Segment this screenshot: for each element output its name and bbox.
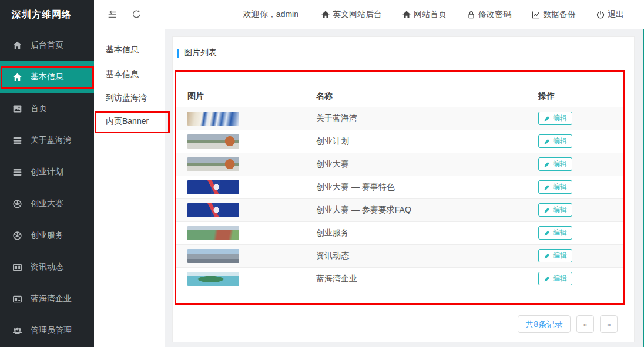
name-cell: 创业大赛 — 参赛要求FAQ xyxy=(316,198,538,221)
sidebar-item-9[interactable]: 蓝海湾企业 xyxy=(0,283,94,315)
title-accent-bar xyxy=(177,49,179,58)
sidebar-item-2[interactable]: 基本信息 xyxy=(0,61,94,93)
sidebar-item-3[interactable]: 首页 xyxy=(0,93,94,124)
lock-icon xyxy=(467,10,476,19)
edit-button[interactable]: 编辑 xyxy=(538,249,572,262)
column-header-image: 图片 xyxy=(176,86,316,107)
sidebar-item-4[interactable]: 关于蓝海湾 xyxy=(0,124,94,156)
record-count-badge: 共8条记录 xyxy=(518,315,571,333)
image-cell xyxy=(176,267,316,290)
topbar-link-label: 退出 xyxy=(608,9,624,20)
pagination: 共8条记录 « » xyxy=(518,315,618,333)
sidebar-item-7[interactable]: 创业服务 xyxy=(0,220,94,251)
image-list-card: 图片列表 图片 名称 操作 关于蓝海湾编辑创业计划编辑创业大赛编辑创业大赛 — … xyxy=(172,36,635,342)
name-cell: 资讯动态 xyxy=(316,244,538,267)
sidebar-item-label: 资讯动态 xyxy=(31,262,63,272)
image-table: 图片 名称 操作 关于蓝海湾编辑创业计划编辑创业大赛编辑创业大赛 — 赛事特色编… xyxy=(176,86,623,290)
welcome-text: 欢迎你，admin xyxy=(243,9,298,20)
pencil-icon xyxy=(544,275,551,282)
topbar-link-3[interactable]: 修改密码 xyxy=(467,9,511,20)
edit-button[interactable]: 编辑 xyxy=(538,226,572,240)
edit-button[interactable]: 编辑 xyxy=(538,157,572,171)
name-cell: 创业计划 xyxy=(316,130,538,153)
topbar-link-label: 网站首页 xyxy=(414,9,447,20)
action-cell: 编辑 xyxy=(538,221,623,244)
topbar-link-4[interactable]: 数据备份 xyxy=(531,9,576,20)
sidebar: 深圳方维网络 后台首页基本信息首页关于蓝海湾创业计划创业大赛创业服务资讯动态蓝海… xyxy=(0,0,94,347)
edit-button[interactable]: 编辑 xyxy=(538,203,572,217)
action-cell: 编辑 xyxy=(538,267,623,290)
edit-button[interactable]: 编辑 xyxy=(538,180,572,194)
table-row: 创业大赛 — 参赛要求FAQ编辑 xyxy=(176,198,623,221)
topbar-link-1[interactable]: 英文网站后台 xyxy=(321,9,382,20)
home-icon xyxy=(402,10,411,19)
collapse-menu-icon[interactable] xyxy=(107,9,118,20)
pencil-icon xyxy=(544,184,551,191)
sidebar-item-label: 后台首页 xyxy=(31,40,63,50)
refresh-icon[interactable] xyxy=(132,9,142,19)
table-row: 资讯动态编辑 xyxy=(176,244,623,267)
image-cell xyxy=(176,153,316,176)
power-icon xyxy=(596,10,605,19)
list-icon xyxy=(12,167,22,177)
edit-button-label: 编辑 xyxy=(553,251,567,261)
name-cell: 创业大赛 xyxy=(316,153,538,176)
action-cell: 编辑 xyxy=(538,130,623,153)
sidebar-item-label: 管理员管理 xyxy=(31,325,72,336)
table-row: 关于蓝海湾编辑 xyxy=(176,107,623,130)
pencil-icon xyxy=(544,230,551,237)
action-cell: 编辑 xyxy=(538,176,623,198)
image-cell xyxy=(176,244,316,267)
edit-button[interactable]: 编辑 xyxy=(538,134,572,148)
users-icon xyxy=(12,326,22,336)
banner-thumbnail xyxy=(187,157,239,171)
banner-thumbnail xyxy=(187,180,239,194)
next-page-button[interactable]: » xyxy=(600,315,618,333)
edit-button[interactable]: 编辑 xyxy=(538,272,572,285)
submenu-item-1[interactable]: 基本信息 xyxy=(94,62,165,86)
edit-button-label: 编辑 xyxy=(553,113,567,123)
image-cell xyxy=(176,221,316,244)
pencil-icon xyxy=(544,138,551,145)
table-row: 创业计划编辑 xyxy=(176,130,623,153)
name-cell: 创业服务 xyxy=(316,221,538,244)
banner-thumbnail xyxy=(187,203,239,217)
sidebar-item-8[interactable]: 资讯动态 xyxy=(0,251,94,283)
sidebar-item-1[interactable]: 后台首页 xyxy=(0,29,94,61)
topbar: 欢迎你，admin 英文网站后台网站首页修改密码数据备份退出 xyxy=(94,0,644,29)
pencil-icon xyxy=(544,252,551,260)
sidebar-item-label: 创业计划 xyxy=(31,167,63,177)
column-header-name: 名称 xyxy=(316,86,538,107)
sidebar-item-5[interactable]: 创业计划 xyxy=(0,156,94,188)
topbar-link-5[interactable]: 退出 xyxy=(596,9,624,20)
banner-thumbnail xyxy=(187,249,239,263)
edit-button[interactable]: 编辑 xyxy=(538,112,572,125)
edit-button-label: 编辑 xyxy=(553,136,567,146)
content-area: 图片列表 图片 名称 操作 关于蓝海湾编辑创业计划编辑创业大赛编辑创业大赛 — … xyxy=(165,29,644,347)
table-row: 创业大赛 — 赛事特色编辑 xyxy=(176,176,623,198)
image-cell xyxy=(176,107,316,130)
news-icon xyxy=(12,262,22,272)
action-cell: 编辑 xyxy=(538,107,623,130)
home-icon xyxy=(321,10,330,19)
action-cell: 编辑 xyxy=(538,153,623,176)
image-cell xyxy=(176,130,316,153)
edit-button-label: 编辑 xyxy=(553,205,567,215)
ball-icon xyxy=(12,199,22,209)
ball-icon xyxy=(12,231,22,241)
sidebar-item-label: 创业大赛 xyxy=(31,198,63,209)
topbar-right: 欢迎你，admin 英文网站后台网站首页修改密码数据备份退出 xyxy=(243,9,624,20)
topbar-link-2[interactable]: 网站首页 xyxy=(402,9,447,20)
prev-page-button[interactable]: « xyxy=(576,315,594,333)
home-icon xyxy=(12,41,22,50)
sidebar-item-10[interactable]: 管理员管理 xyxy=(0,315,94,346)
table-row: 蓝海湾企业编辑 xyxy=(176,267,623,290)
sidebar-item-6[interactable]: 创业大赛 xyxy=(0,188,94,220)
name-cell: 蓝海湾企业 xyxy=(316,267,538,290)
submenu-item-3[interactable]: 内页Banner xyxy=(94,109,165,133)
image-cell xyxy=(176,198,316,221)
sidebar-menu: 后台首页基本信息首页关于蓝海湾创业计划创业大赛创业服务资讯动态蓝海湾企业管理员管… xyxy=(0,29,94,346)
topbar-link-label: 数据备份 xyxy=(543,9,576,20)
submenu-item-2[interactable]: 到访蓝海湾 xyxy=(94,86,165,109)
topbar-link-label: 英文网站后台 xyxy=(333,9,382,20)
